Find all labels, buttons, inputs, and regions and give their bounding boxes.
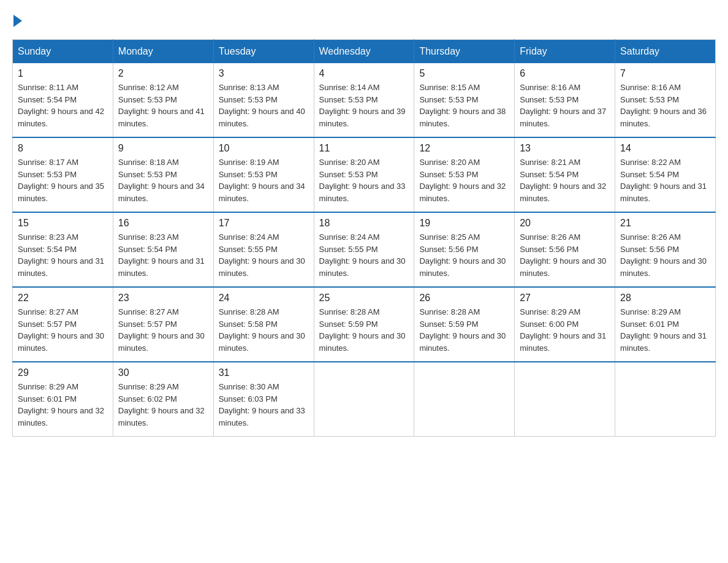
day-info: Sunrise: 8:24 AMSunset: 5:55 PMDaylight:… [319,232,406,278]
calendar-cell: 3Sunrise: 8:13 AMSunset: 5:53 PMDaylight… [213,63,314,137]
day-info: Sunrise: 8:23 AMSunset: 5:54 PMDaylight:… [118,232,205,278]
day-number: 27 [520,293,610,304]
weekday-header-tuesday: Tuesday [213,40,314,64]
weekday-header-sunday: Sunday [13,40,113,64]
weekday-header-row: SundayMondayTuesdayWednesdayThursdayFrid… [13,40,716,64]
calendar-cell: 19Sunrise: 8:25 AMSunset: 5:56 PMDayligh… [414,212,515,287]
calendar-cell: 30Sunrise: 8:29 AMSunset: 6:02 PMDayligh… [113,362,213,437]
day-info: Sunrise: 8:28 AMSunset: 5:58 PMDaylight:… [219,307,305,353]
day-info: Sunrise: 8:29 AMSunset: 6:01 PMDaylight:… [620,307,707,353]
day-info: Sunrise: 8:25 AMSunset: 5:56 PMDaylight:… [419,232,506,278]
calendar-cell: 18Sunrise: 8:24 AMSunset: 5:55 PMDayligh… [314,212,414,287]
weekday-header-saturday: Saturday [615,40,716,64]
calendar-cell: 8Sunrise: 8:17 AMSunset: 5:53 PMDaylight… [13,137,113,212]
calendar-cell: 31Sunrise: 8:30 AMSunset: 6:03 PMDayligh… [213,362,314,437]
day-info: Sunrise: 8:29 AMSunset: 6:02 PMDaylight:… [118,382,205,427]
calendar-week-row: 8Sunrise: 8:17 AMSunset: 5:53 PMDaylight… [13,137,716,212]
day-info: Sunrise: 8:14 AMSunset: 5:53 PMDaylight:… [319,83,406,128]
calendar-cell: 23Sunrise: 8:27 AMSunset: 5:57 PMDayligh… [113,287,213,362]
day-number: 26 [419,293,509,304]
calendar-cell [615,362,716,437]
calendar-cell: 4Sunrise: 8:14 AMSunset: 5:53 PMDaylight… [314,63,414,137]
day-number: 23 [118,293,208,304]
day-info: Sunrise: 8:27 AMSunset: 5:57 PMDaylight:… [118,307,205,353]
day-info: Sunrise: 8:11 AMSunset: 5:54 PMDaylight:… [18,83,104,128]
day-number: 13 [520,143,610,154]
day-number: 1 [18,68,108,79]
calendar-cell: 28Sunrise: 8:29 AMSunset: 6:01 PMDayligh… [615,287,716,362]
day-info: Sunrise: 8:19 AMSunset: 5:53 PMDaylight:… [219,158,305,203]
day-number: 20 [520,218,610,229]
day-number: 2 [118,68,208,79]
day-number: 28 [620,293,710,304]
weekday-header-friday: Friday [515,40,615,64]
day-number: 7 [620,68,710,79]
day-info: Sunrise: 8:26 AMSunset: 5:56 PMDaylight:… [620,232,707,278]
calendar-week-row: 15Sunrise: 8:23 AMSunset: 5:54 PMDayligh… [13,212,716,287]
calendar-cell: 20Sunrise: 8:26 AMSunset: 5:56 PMDayligh… [515,212,615,287]
day-info: Sunrise: 8:30 AMSunset: 6:03 PMDaylight:… [219,382,305,427]
day-number: 18 [319,218,409,229]
logo-arrow-icon [13,15,22,27]
day-number: 14 [620,143,710,154]
day-info: Sunrise: 8:28 AMSunset: 5:59 PMDaylight:… [419,307,506,353]
day-info: Sunrise: 8:20 AMSunset: 5:53 PMDaylight:… [319,158,406,203]
day-number: 29 [18,367,108,378]
calendar-cell: 6Sunrise: 8:16 AMSunset: 5:53 PMDaylight… [515,63,615,137]
calendar-cell: 21Sunrise: 8:26 AMSunset: 5:56 PMDayligh… [615,212,716,287]
day-info: Sunrise: 8:29 AMSunset: 6:01 PMDaylight:… [18,382,104,427]
day-number: 12 [419,143,509,154]
calendar-cell: 15Sunrise: 8:23 AMSunset: 5:54 PMDayligh… [13,212,113,287]
day-number: 15 [18,218,108,229]
calendar-week-row: 22Sunrise: 8:27 AMSunset: 5:57 PMDayligh… [13,287,716,362]
calendar-table: SundayMondayTuesdayWednesdayThursdayFrid… [12,39,716,437]
day-info: Sunrise: 8:26 AMSunset: 5:56 PMDaylight:… [520,232,606,278]
calendar-cell [314,362,414,437]
day-number: 17 [219,218,309,229]
day-number: 11 [319,143,409,154]
calendar-cell: 14Sunrise: 8:22 AMSunset: 5:54 PMDayligh… [615,137,716,212]
day-number: 25 [319,293,409,304]
day-number: 22 [18,293,108,304]
weekday-header-thursday: Thursday [414,40,515,64]
calendar-cell: 2Sunrise: 8:12 AMSunset: 5:53 PMDaylight… [113,63,213,137]
weekday-header-wednesday: Wednesday [314,40,414,64]
calendar-cell: 29Sunrise: 8:29 AMSunset: 6:01 PMDayligh… [13,362,113,437]
header [12,12,716,27]
calendar-cell: 25Sunrise: 8:28 AMSunset: 5:59 PMDayligh… [314,287,414,362]
calendar-week-row: 29Sunrise: 8:29 AMSunset: 6:01 PMDayligh… [13,362,716,437]
calendar-cell: 11Sunrise: 8:20 AMSunset: 5:53 PMDayligh… [314,137,414,212]
calendar-cell: 17Sunrise: 8:24 AMSunset: 5:55 PMDayligh… [213,212,314,287]
day-number: 21 [620,218,710,229]
calendar-cell: 12Sunrise: 8:20 AMSunset: 5:53 PMDayligh… [414,137,515,212]
calendar-cell: 9Sunrise: 8:18 AMSunset: 5:53 PMDaylight… [113,137,213,212]
day-number: 5 [419,68,509,79]
day-number: 31 [219,367,309,378]
calendar-cell: 5Sunrise: 8:15 AMSunset: 5:53 PMDaylight… [414,63,515,137]
day-info: Sunrise: 8:24 AMSunset: 5:55 PMDaylight:… [219,232,305,278]
day-number: 24 [219,293,309,304]
calendar-cell: 10Sunrise: 8:19 AMSunset: 5:53 PMDayligh… [213,137,314,212]
calendar-cell: 27Sunrise: 8:29 AMSunset: 6:00 PMDayligh… [515,287,615,362]
day-number: 4 [319,68,409,79]
day-info: Sunrise: 8:13 AMSunset: 5:53 PMDaylight:… [219,83,305,128]
day-number: 6 [520,68,610,79]
day-info: Sunrise: 8:16 AMSunset: 5:53 PMDaylight:… [520,83,606,128]
calendar-week-row: 1Sunrise: 8:11 AMSunset: 5:54 PMDaylight… [13,63,716,137]
calendar-cell: 13Sunrise: 8:21 AMSunset: 5:54 PMDayligh… [515,137,615,212]
day-number: 3 [219,68,309,79]
day-info: Sunrise: 8:27 AMSunset: 5:57 PMDaylight:… [18,307,104,353]
day-number: 16 [118,218,208,229]
calendar-cell [515,362,615,437]
day-number: 30 [118,367,208,378]
calendar-cell: 24Sunrise: 8:28 AMSunset: 5:58 PMDayligh… [213,287,314,362]
calendar-cell: 16Sunrise: 8:23 AMSunset: 5:54 PMDayligh… [113,212,213,287]
day-number: 10 [219,143,309,154]
day-number: 9 [118,143,208,154]
day-info: Sunrise: 8:22 AMSunset: 5:54 PMDaylight:… [620,158,707,203]
day-number: 19 [419,218,509,229]
day-info: Sunrise: 8:18 AMSunset: 5:53 PMDaylight:… [118,158,205,203]
calendar-cell: 1Sunrise: 8:11 AMSunset: 5:54 PMDaylight… [13,63,113,137]
weekday-header-monday: Monday [113,40,213,64]
day-info: Sunrise: 8:29 AMSunset: 6:00 PMDaylight:… [520,307,606,353]
